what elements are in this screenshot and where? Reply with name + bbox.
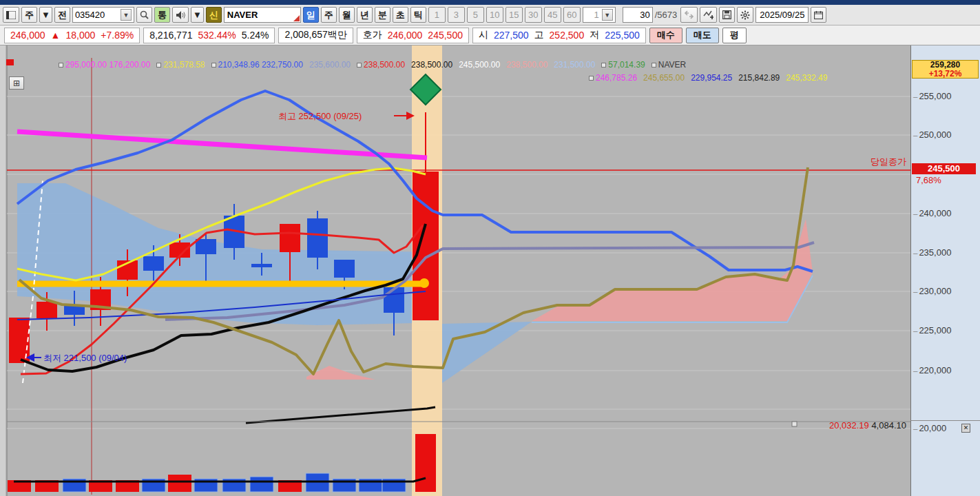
current-price-box: 245,500 bbox=[912, 163, 976, 174]
min-45-button[interactable]: 45 bbox=[544, 7, 561, 23]
price-change-box: 246,000 ▲ 18,000 +7.89% bbox=[4, 28, 140, 43]
indicator-value: 57,014.39 bbox=[601, 60, 645, 70]
target-price-box: 259,280 +13,72% bbox=[912, 60, 979, 79]
axis-tick-label: 225,000 bbox=[913, 325, 951, 335]
bar-count-total: /5673 bbox=[655, 10, 679, 20]
indicator-value: 231,500.00 bbox=[554, 60, 595, 70]
indicator-value: 210,348.96 232,750.00 bbox=[211, 60, 303, 70]
min-1-button[interactable]: 1 bbox=[428, 7, 446, 23]
high-annotation: 최고 252,500 (09/25) bbox=[278, 111, 362, 121]
hoga-label: 호가 bbox=[363, 29, 382, 41]
date-field[interactable]: 2025/09/25 bbox=[755, 7, 809, 23]
lower-panel-values: 20,032.19 4,084.10 bbox=[829, 420, 906, 431]
close-subpanel-icon[interactable]: ✕ bbox=[961, 424, 970, 433]
axis-tick-label: 235,000 bbox=[913, 247, 951, 258]
ohl-box: 시 227,500 고 252,500 저 225,500 bbox=[472, 28, 646, 43]
candle-body bbox=[413, 172, 439, 320]
min-30-button[interactable]: 30 bbox=[525, 7, 542, 23]
candle-body bbox=[196, 239, 216, 254]
candle-body bbox=[334, 260, 355, 278]
trading-app-window: 주 ▼ 전 035420▼ 통 ▼ 신 NAVER 일 주 월 년 분 초 틱 … bbox=[0, 0, 980, 496]
indicator-value: 245,332.49 bbox=[786, 73, 827, 83]
price-change-pct: +7.89% bbox=[101, 30, 134, 41]
sell-button[interactable]: 매도 bbox=[686, 28, 719, 43]
sound-dropdown[interactable]: ▼ bbox=[191, 7, 204, 23]
stock-name-field[interactable]: NAVER bbox=[224, 7, 301, 23]
chevron-down-icon[interactable]: ▼ bbox=[121, 9, 132, 21]
panel-toggle-button[interactable] bbox=[3, 7, 19, 23]
indicator-value: 238,500.00 bbox=[506, 60, 548, 70]
candle-body bbox=[307, 218, 328, 258]
window-title-strip bbox=[0, 0, 980, 5]
tf-second-button[interactable]: 초 bbox=[393, 7, 408, 23]
date-value: 2025/09/25 bbox=[760, 10, 804, 20]
volume-bar bbox=[250, 477, 273, 492]
stock-type-dropdown[interactable]: ▼ bbox=[39, 7, 52, 23]
min-3-button[interactable]: 3 bbox=[448, 7, 465, 23]
axis-tick-label: 250,000 bbox=[913, 130, 951, 140]
tf-day-button[interactable]: 일 bbox=[303, 7, 319, 23]
shin-badge: 신 bbox=[206, 7, 222, 23]
candle-body bbox=[384, 287, 404, 313]
chart-canvas[interactable]: 최고 252,500 (09/25)최저 221,500 (09/04)당일종가… bbox=[6, 45, 910, 496]
tong-button[interactable]: 통 bbox=[154, 7, 170, 23]
add-indicator-button[interactable] bbox=[700, 7, 717, 23]
volume-box: 8,216,771 532.44% 5.24% bbox=[143, 28, 275, 43]
indicator-value: 238,500.00 bbox=[411, 60, 452, 70]
prev-stock-button[interactable]: 전 bbox=[54, 7, 70, 23]
sound-button[interactable] bbox=[172, 7, 189, 23]
tf-minute-button[interactable]: 분 bbox=[375, 7, 390, 23]
indicator-value: 245,500.00 bbox=[459, 60, 500, 70]
amount-box: 2,008,657백만 bbox=[278, 28, 353, 43]
legend-square-icon bbox=[357, 63, 362, 68]
volume-pct: 532.44% bbox=[198, 30, 236, 41]
legend-square-icon bbox=[792, 422, 797, 426]
low-label: 저 bbox=[590, 29, 599, 41]
search-button[interactable] bbox=[136, 7, 152, 23]
min-15-button[interactable]: 15 bbox=[505, 7, 523, 23]
candle-body bbox=[143, 256, 164, 271]
hoga-box: 호가 246,000 245,500 bbox=[357, 28, 469, 43]
min-10-button[interactable]: 10 bbox=[486, 7, 503, 23]
tf-year-button[interactable]: 년 bbox=[357, 7, 373, 23]
min-5-button[interactable]: 5 bbox=[467, 7, 484, 23]
stock-type-button[interactable]: 주 bbox=[21, 7, 37, 23]
save-button[interactable] bbox=[719, 7, 735, 23]
buy-button[interactable]: 매수 bbox=[649, 28, 682, 43]
tf-tick-button[interactable]: 틱 bbox=[410, 7, 426, 23]
indicator-value: 238,500.00 bbox=[357, 60, 405, 70]
current-price-pct: 7,68% bbox=[916, 175, 941, 185]
indicator-values-row2: 246,785.26245,655.00229,954.25215,842.89… bbox=[589, 73, 827, 83]
tf-week-button[interactable]: 주 bbox=[321, 7, 337, 23]
target-price-pct: +13,72% bbox=[913, 70, 978, 79]
indicator-value: 235,600.00 bbox=[309, 60, 351, 70]
gold-horizontal-bar-end-dot bbox=[419, 278, 429, 288]
min-60-button[interactable]: 60 bbox=[563, 7, 581, 23]
ask-price: 246,000 bbox=[388, 30, 423, 41]
grid-toggle-button[interactable]: ⊞ bbox=[9, 76, 24, 90]
axis-tick-label: 240,000 bbox=[913, 208, 951, 218]
legend-square-icon bbox=[59, 63, 63, 68]
high-price: 252,500 bbox=[550, 30, 585, 41]
compare-button[interactable] bbox=[680, 7, 698, 23]
indicator-value: 231,578.58 bbox=[156, 60, 205, 70]
open-price: 227,500 bbox=[494, 30, 529, 41]
bar-count-input[interactable] bbox=[623, 7, 653, 23]
legend-square-icon bbox=[651, 63, 656, 68]
avg-button[interactable]: 평 bbox=[722, 28, 747, 43]
legend-square-icon bbox=[156, 63, 161, 68]
settings-button[interactable] bbox=[737, 7, 753, 23]
axis-tick-label: 20,000 bbox=[913, 423, 946, 433]
stock-code-combo[interactable]: 035420▼ bbox=[72, 7, 134, 23]
tf-month-button[interactable]: 월 bbox=[339, 7, 355, 23]
candle-body bbox=[280, 224, 300, 252]
open-label: 시 bbox=[479, 29, 488, 41]
legend-square-icon bbox=[589, 76, 594, 81]
chevron-down-icon[interactable]: ▼ bbox=[602, 9, 613, 21]
calendar-button[interactable] bbox=[811, 7, 826, 23]
price-info-row: 246,000 ▲ 18,000 +7.89% 8,216,771 532.44… bbox=[0, 25, 980, 45]
axis-tick-label: 220,000 bbox=[913, 365, 951, 375]
min-select[interactable]: 1▼ bbox=[583, 7, 616, 23]
trade-amount: 2,008,657백만 bbox=[284, 29, 346, 41]
indicator-value: 229,954.25 bbox=[691, 73, 732, 83]
